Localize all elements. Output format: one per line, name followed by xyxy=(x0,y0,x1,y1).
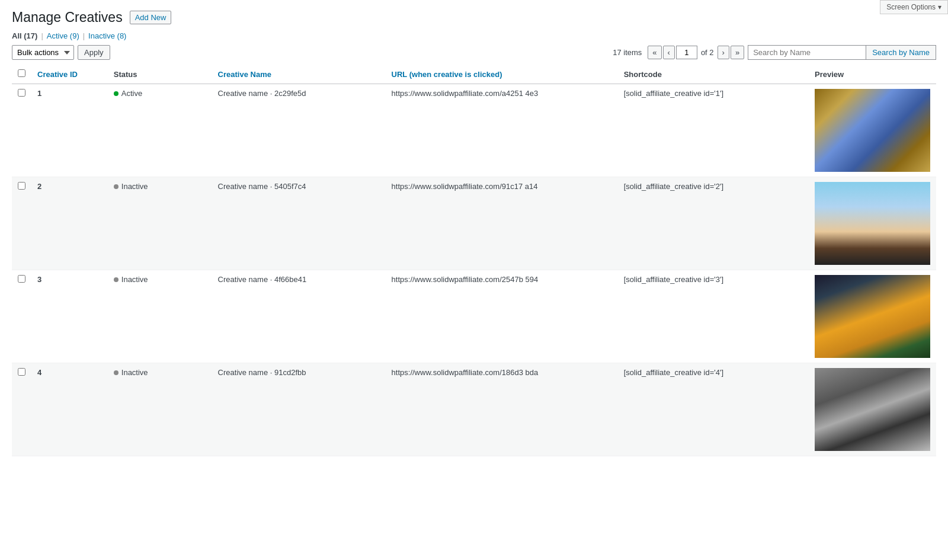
search-bar: Search by Name xyxy=(748,45,936,60)
col-header-status: Status xyxy=(108,65,212,84)
row-status-3: Inactive xyxy=(108,270,212,363)
table-row: 2 Inactive Creative name · 5405f7c4 http… xyxy=(12,177,936,270)
status-label-3: Inactive xyxy=(121,275,148,284)
page-number-input[interactable] xyxy=(676,46,697,59)
row-url-2: https://www.solidwpaffiliate.com/91c17 a… xyxy=(386,177,618,270)
bulk-actions-select[interactable]: Bulk actions xyxy=(12,45,74,60)
row-id-3: 3 xyxy=(31,270,108,363)
row-id-1: 1 xyxy=(31,84,108,177)
table-header-row: Creative ID Status Creative Name URL (wh… xyxy=(12,65,936,84)
row-url-1: https://www.solidwpaffiliate.com/a4251 4… xyxy=(386,84,618,177)
row-checkbox-4[interactable] xyxy=(18,368,25,376)
row-name-3: Creative name · 4f66be41 xyxy=(212,270,386,363)
row-checkbox-cell xyxy=(12,270,31,363)
col-header-preview: Preview xyxy=(809,65,936,84)
col-link-creative-id[interactable]: Creative ID xyxy=(37,70,78,79)
row-shortcode-3: [solid_affiliate_creative id='3'] xyxy=(618,270,809,363)
table-head: Creative ID Status Creative Name URL (wh… xyxy=(12,65,936,84)
table-body: 1 Active Creative name · 2c29fe5d https:… xyxy=(12,84,936,456)
add-new-button[interactable]: Add New xyxy=(130,11,172,24)
row-checkbox-1[interactable] xyxy=(18,89,25,97)
row-checkbox-cell xyxy=(12,84,31,177)
row-checkbox-cell xyxy=(12,363,31,456)
filter-links: All (17) | Active (9) | Inactive (8) xyxy=(12,31,936,40)
search-button[interactable]: Search by Name xyxy=(866,45,936,60)
select-all-header xyxy=(12,65,31,84)
col-link-url[interactable]: URL (when creative is clicked) xyxy=(392,70,502,79)
top-bar-right: 17 items « ‹ of 2 › » Search by Name xyxy=(613,45,936,60)
row-preview-3 xyxy=(809,270,936,363)
page-title: Manage Creatives xyxy=(12,9,123,25)
filter-inactive[interactable]: Inactive (8) xyxy=(88,31,126,40)
col-header-shortcode: Shortcode xyxy=(618,65,809,84)
col-header-creative-id: Creative ID xyxy=(31,65,108,84)
row-name-4: Creative name · 91cd2fbb xyxy=(212,363,386,456)
apply-button[interactable]: Apply xyxy=(78,45,110,60)
row-preview-2 xyxy=(809,177,936,270)
row-status-4: Inactive xyxy=(108,363,212,456)
col-link-creative-name[interactable]: Creative Name xyxy=(218,70,271,79)
items-count: 17 items xyxy=(613,48,642,57)
table-row: 1 Active Creative name · 2c29fe5d https:… xyxy=(12,84,936,177)
row-shortcode-4: [solid_affiliate_creative id='4'] xyxy=(618,363,809,456)
creatives-table: Creative ID Status Creative Name URL (wh… xyxy=(12,65,936,456)
row-preview-4 xyxy=(809,363,936,456)
table-row: 3 Inactive Creative name · 4f66be41 http… xyxy=(12,270,936,363)
row-status-2: Inactive xyxy=(108,177,212,270)
prev-page-button[interactable]: ‹ xyxy=(663,46,675,59)
row-checkbox-cell xyxy=(12,177,31,270)
col-header-creative-name: Creative Name xyxy=(212,65,386,84)
preview-image-2 xyxy=(815,182,930,265)
table-row: 4 Inactive Creative name · 91cd2fbb http… xyxy=(12,363,936,456)
row-status-1: Active xyxy=(108,84,212,177)
top-bar: Bulk actions Apply 17 items « ‹ of 2 › »… xyxy=(12,45,936,60)
preview-image-1 xyxy=(815,89,930,172)
page-header: Manage Creatives Add New xyxy=(12,9,936,25)
col-header-url: URL (when creative is clicked) xyxy=(386,65,618,84)
pagination: « ‹ of 2 › » xyxy=(648,46,744,59)
screen-options-button[interactable]: Screen Options ▾ xyxy=(880,0,948,14)
select-all-checkbox[interactable] xyxy=(18,69,25,77)
chevron-down-icon: ▾ xyxy=(938,3,941,11)
status-label-4: Inactive xyxy=(121,368,148,377)
status-dot-1 xyxy=(114,91,118,96)
row-id-4: 4 xyxy=(31,363,108,456)
preview-image-3 xyxy=(815,275,930,358)
bulk-actions-area: Bulk actions Apply xyxy=(12,45,110,60)
status-label-1: Active xyxy=(121,89,142,98)
row-url-3: https://www.solidwpaffiliate.com/2547b 5… xyxy=(386,270,618,363)
filter-all[interactable]: All (17) xyxy=(12,31,37,40)
row-preview-1 xyxy=(809,84,936,177)
preview-image-4 xyxy=(815,368,930,451)
status-dot-3 xyxy=(114,277,118,282)
row-checkbox-3[interactable] xyxy=(18,275,25,283)
row-url-4: https://www.solidwpaffiliate.com/186d3 b… xyxy=(386,363,618,456)
filter-active[interactable]: Active (9) xyxy=(47,31,79,40)
row-name-2: Creative name · 5405f7c4 xyxy=(212,177,386,270)
status-label-2: Inactive xyxy=(121,182,148,191)
row-id-2: 2 xyxy=(31,177,108,270)
first-page-button[interactable]: « xyxy=(648,46,661,59)
row-checkbox-2[interactable] xyxy=(18,182,25,190)
next-page-button[interactable]: › xyxy=(718,46,729,59)
search-input[interactable] xyxy=(748,45,866,60)
row-name-1: Creative name · 2c29fe5d xyxy=(212,84,386,177)
status-dot-2 xyxy=(114,184,118,189)
last-page-button[interactable]: » xyxy=(731,46,744,59)
status-dot-4 xyxy=(114,370,118,375)
row-shortcode-2: [solid_affiliate_creative id='2'] xyxy=(618,177,809,270)
row-shortcode-1: [solid_affiliate_creative id='1'] xyxy=(618,84,809,177)
screen-options-label: Screen Options xyxy=(886,3,936,11)
